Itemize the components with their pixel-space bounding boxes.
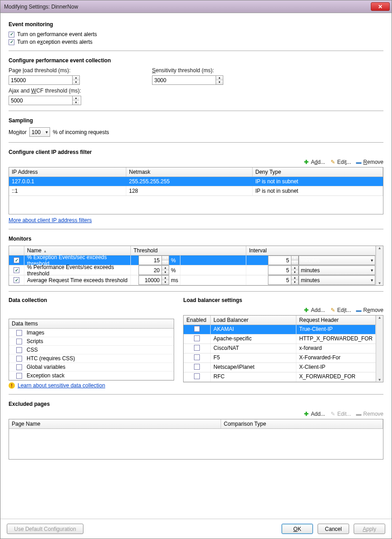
cancel-button[interactable]: Cancel: [318, 524, 349, 534]
page-col-header[interactable]: Page Name: [9, 419, 221, 428]
data-item-checkbox[interactable]: [16, 339, 22, 344]
ip-filter-row[interactable]: ::1128IP is not in subnet: [9, 186, 383, 196]
threshold-input[interactable]: [139, 256, 161, 265]
chevron-down-icon[interactable]: ▼: [376, 378, 383, 382]
data-collection-link[interactable]: Learn about sensitive data collection: [18, 382, 105, 389]
excl-add-button[interactable]: ✚Add...: [303, 411, 325, 417]
ok-button[interactable]: OK: [281, 524, 313, 534]
monitor-row[interactable]: % Performance Events/sec exceeds thresho…: [9, 265, 376, 275]
interval-input[interactable]: [268, 276, 291, 284]
chevron-up-icon[interactable]: ▲: [73, 96, 79, 101]
monitor-name-cell: Average Request Time exceeds threshold: [24, 275, 131, 285]
spinner-buttons[interactable]: ▲▼: [72, 96, 79, 105]
comp-col-header[interactable]: Comparison Type: [221, 419, 383, 428]
monitor-checkbox[interactable]: [14, 257, 19, 263]
divider: [9, 229, 383, 229]
data-item-row[interactable]: Images: [9, 329, 174, 337]
threshold-input[interactable]: [139, 266, 161, 274]
ip-col-header[interactable]: IP Address: [9, 167, 126, 177]
load-balancer-row[interactable]: Netscape/iPlanetX-Client-IP: [184, 363, 376, 372]
header-col-header[interactable]: Request Header: [296, 316, 376, 325]
apply-button: Apply: [354, 524, 385, 534]
spinner-buttons[interactable]: ▲▼: [216, 76, 223, 84]
netmask-col-header[interactable]: Netmask: [126, 167, 253, 177]
interval-spinner[interactable]: ▲▼: [268, 275, 299, 285]
chevron-down-icon[interactable]: ▼: [73, 101, 79, 105]
interval-input[interactable]: [268, 256, 291, 265]
interval-spinner[interactable]: ▲▼: [268, 256, 299, 265]
interval-spinner[interactable]: ▲▼: [268, 265, 299, 275]
chevron-up-icon[interactable]: ▲: [376, 316, 383, 320]
ip-filter-row[interactable]: 127.0.0.1255.255.255.255IP is not in sub…: [9, 177, 383, 186]
lb-enabled-checkbox[interactable]: [194, 373, 200, 379]
ajax-spinner[interactable]: ▲▼: [9, 96, 81, 105]
ip-filter-link[interactable]: More about client IP address filters: [9, 217, 92, 223]
lb-remove-button[interactable]: ▬Remove: [355, 307, 383, 313]
page-load-input[interactable]: [9, 76, 72, 84]
threshold-spinner[interactable]: ▲▼: [138, 275, 169, 285]
load-balancer-row[interactable]: Cisco/NATx-forward: [184, 344, 376, 353]
load-balancer-row[interactable]: F5X-Forwarded-For: [184, 353, 376, 363]
sensitivity-spinner[interactable]: ▲▼: [152, 75, 223, 85]
monitor-row[interactable]: Average Request Time exceeds threshold ▲…: [9, 275, 376, 285]
spinner-buttons[interactable]: ▲▼: [72, 76, 79, 84]
ip-remove-button[interactable]: ▬Remove: [355, 159, 383, 165]
data-item-row[interactable]: CSS: [9, 346, 174, 354]
monitor-percent-select[interactable]: 100: [29, 127, 50, 137]
data-item-row[interactable]: Global variables: [9, 363, 174, 372]
lb-enabled-checkbox[interactable]: [194, 345, 200, 351]
data-item-row[interactable]: Exception stack: [9, 372, 174, 380]
monitors-scrollbar[interactable]: ▲▼: [376, 246, 383, 285]
lb-enabled-checkbox[interactable]: [194, 335, 200, 341]
page-load-spinner[interactable]: ▲▼: [9, 75, 80, 85]
data-item-row[interactable]: Scripts: [9, 337, 174, 346]
threshold-col-header[interactable]: Threshold: [131, 246, 246, 255]
chevron-down-icon[interactable]: ▼: [216, 80, 223, 84]
threshold-spinner[interactable]: ▲▼: [138, 256, 169, 265]
interval-unit-select[interactable]: minutes: [299, 256, 375, 265]
threshold-input[interactable]: [139, 276, 161, 284]
load-balancer-row[interactable]: AKAMAITrue-Client-IP: [184, 325, 376, 335]
load-balancer-row[interactable]: RFCX_FORWARDED_FOR: [184, 372, 376, 382]
enabled-col-header[interactable]: Enabled: [184, 316, 211, 325]
chevron-up-icon[interactable]: ▲: [73, 76, 79, 80]
load-balancer-grid: Enabled Load Balancer Request Header AKA…: [183, 315, 383, 382]
data-item-checkbox[interactable]: [16, 356, 22, 362]
threshold-spinner[interactable]: ▲▼: [138, 265, 169, 275]
checkbox-col-header[interactable]: [9, 246, 24, 255]
interval-unit-select[interactable]: minutes: [299, 275, 375, 285]
data-item-checkbox[interactable]: [16, 364, 22, 370]
interval-input[interactable]: [268, 266, 291, 274]
lb-enabled-checkbox[interactable]: [194, 354, 200, 360]
load-balancer-row[interactable]: Apache-specificHTTP_X_FORWARDED_FOR: [184, 335, 376, 344]
close-button[interactable]: ✕: [371, 2, 390, 11]
perf-alerts-checkbox[interactable]: [9, 32, 14, 37]
ip-add-button[interactable]: ✚Add...: [303, 159, 325, 165]
chevron-up-icon[interactable]: ▲: [376, 246, 383, 250]
lb-scrollbar[interactable]: ▲▼: [376, 316, 383, 382]
chevron-down-icon[interactable]: ▼: [73, 80, 79, 84]
data-item-row[interactable]: HTC (requires CSS): [9, 354, 174, 363]
lb-enabled-checkbox[interactable]: [194, 364, 200, 370]
chevron-down-icon[interactable]: ▼: [376, 281, 383, 285]
monitor-checkbox[interactable]: [14, 267, 19, 273]
exc-alerts-label[interactable]: Turn on exception events alerts: [17, 39, 92, 45]
data-item-checkbox[interactable]: [16, 330, 22, 336]
ip-edit-button[interactable]: ✎Edit...: [330, 159, 351, 165]
interval-col-header[interactable]: Interval: [246, 246, 376, 255]
lb-edit-button[interactable]: ✎Edit...: [330, 307, 351, 313]
data-item-checkbox[interactable]: [16, 347, 22, 353]
lb-add-button[interactable]: ✚Add...: [303, 307, 325, 313]
chevron-up-icon[interactable]: ▲: [216, 76, 223, 80]
monitor-checkbox[interactable]: [14, 277, 19, 283]
deny-col-header[interactable]: Deny Type: [253, 167, 383, 177]
data-item-checkbox[interactable]: [16, 373, 22, 379]
ajax-input[interactable]: [9, 96, 72, 105]
lb-enabled-checkbox[interactable]: [194, 326, 200, 332]
remove-icon: ▬: [355, 159, 362, 165]
sensitivity-input[interactable]: [152, 76, 216, 84]
interval-unit-select[interactable]: minutes: [299, 265, 375, 275]
perf-alerts-label[interactable]: Turn on performance event alerts: [17, 31, 97, 37]
lb-col-header[interactable]: Load Balancer: [211, 316, 296, 325]
exc-alerts-checkbox[interactable]: [9, 39, 14, 45]
